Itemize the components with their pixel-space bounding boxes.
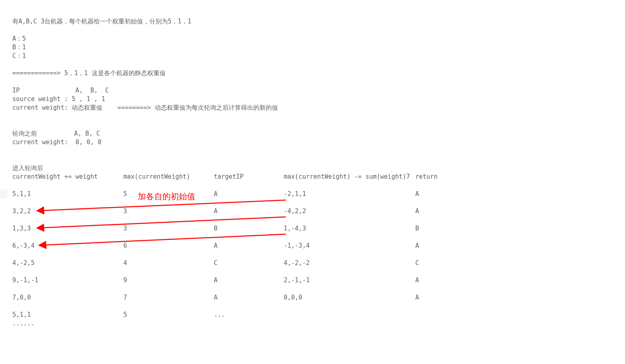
table-row: 6,-3,46A-1,-3,4A [12,242,448,250]
cell: A [214,242,284,250]
cell: A [214,190,284,198]
table-row: 1,3,33B1,-4,3B [12,224,448,233]
cell: 9 [123,276,214,285]
cell: A [214,276,284,285]
before-poll-label: 轮询之前 A, B, C [12,129,100,138]
cell: 9,-1,-1 [12,276,123,285]
current-weight-desc: current weight: 动态权重值 ========> 动态权重值为每次… [12,104,278,112]
cell: C [415,259,448,267]
cell: 7 [123,293,214,302]
cell: A [415,293,448,302]
cell: 2,-1,-1 [284,276,415,285]
cell: A [415,207,448,216]
header-col1: currentWeight += weight [12,173,123,181]
annotation-label: 加各自的初始值 [138,191,195,202]
cell: ... [214,311,284,319]
weight-b: B：1 [12,43,26,52]
cell: 3,2,2 [12,207,123,216]
table-row: 3,2,23A-4,2,2A [12,207,448,216]
cell: A [214,293,284,302]
table-row: 9,-1,-19A2,-1,-1A [12,276,448,285]
cell: 5,1,1 [12,190,123,198]
before-poll-value: current weight: 0, 0, 0 [12,138,102,147]
cell: 4,-2,5 [12,259,123,267]
gutter-highlight [0,190,7,198]
cell: 1,-4,3 [284,224,415,233]
cell: 5,1,1 [12,311,123,319]
ip-header: IP A, B, C [12,86,109,95]
table-row: 5,1,15... [12,311,448,319]
cell: 4 [123,259,214,267]
source-weight: source weight : 5 , 1 , 1 [12,95,105,104]
cell: 4,-2,-2 [284,259,415,267]
weight-c: C：1 [12,52,26,60]
cell: -2,1,1 [284,190,415,198]
cell: 7,0,0 [12,293,123,302]
cell: C [214,259,284,267]
table-header-row: currentWeight += weightmax(currentWeight… [12,173,448,181]
table-row: 5,1,15A-2,1,1A [12,190,448,198]
header-col4: max(currentWeight) -= sum(weight)7 [284,173,415,181]
header-col2: max(currentWeight) [123,173,214,181]
cell: A [415,190,448,198]
header-col5: return [415,173,448,181]
line-number-gutter [0,0,7,364]
cell: B [214,224,284,233]
document-content: 有A,B,C 3台机器，每个机器给一个权重初始值，分别为5，1，1 A：5 B：… [12,0,20,302]
cell: 6,-3,4 [12,242,123,250]
cell: 0,0,0 [284,293,415,302]
intro-line: 有A,B,C 3台机器，每个机器给一个权重初始值，分别为5，1，1 [12,17,191,26]
cell: -1,-3,4 [284,242,415,250]
annotation-arrows [0,0,625,364]
cell: B [415,224,448,233]
cell: -4,2,2 [284,207,415,216]
cell: 3 [123,207,214,216]
after-poll-label: 进入轮询后 [12,164,43,173]
static-weights-line: ============> 5，1，1 这是各个机器的静态权重值 [12,69,166,78]
cell: 6 [123,242,214,250]
cell: 5 [123,311,214,319]
table-row: 4,-2,54C4,-2,-2C [12,259,448,267]
dots-line: ...... [12,319,35,328]
cell: 1,3,3 [12,224,123,233]
cell: A [415,242,448,250]
table-row: 7,0,07A0,0,0A [12,293,448,302]
cell: A [415,276,448,285]
header-col3: targetIP [214,173,284,181]
cell: 3 [123,224,214,233]
weight-a: A：5 [12,35,26,43]
cell: A [214,207,284,216]
